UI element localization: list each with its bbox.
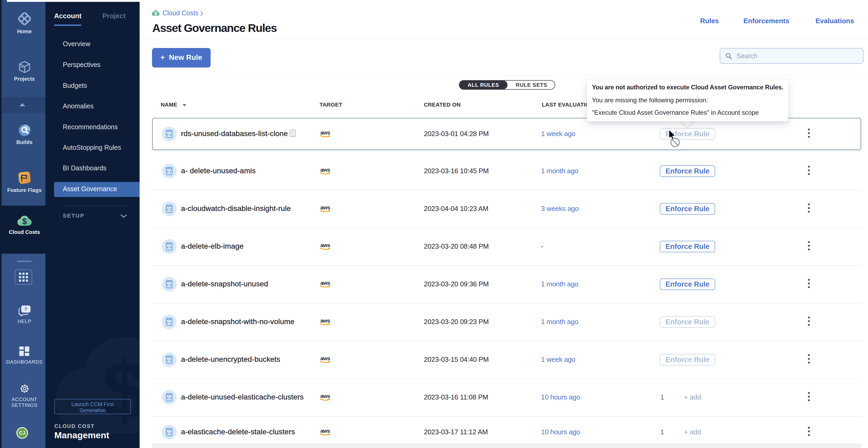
svg-text:aws: aws — [320, 428, 330, 434]
svg-text:aws: aws — [320, 318, 330, 323]
svg-text:aws: aws — [320, 355, 330, 361]
svg-text:$: $ — [22, 216, 27, 226]
svg-text:$: $ — [102, 345, 140, 436]
svg-text:aws: aws — [320, 167, 330, 173]
svg-text:aws: aws — [320, 393, 330, 399]
svg-text:aws: aws — [320, 242, 330, 248]
svg-text:?: ? — [24, 307, 27, 312]
svg-text:aws: aws — [320, 205, 330, 210]
svg-text:$: $ — [154, 11, 157, 16]
svg-text:aws: aws — [320, 280, 330, 286]
